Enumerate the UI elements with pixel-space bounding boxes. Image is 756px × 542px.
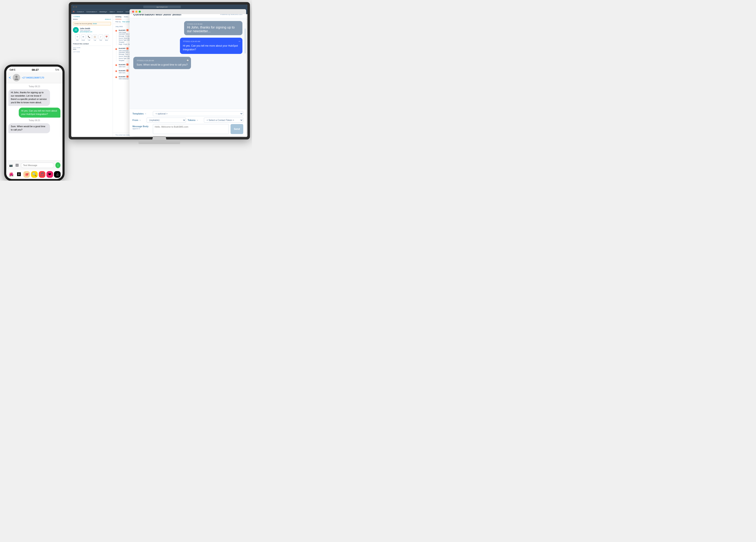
phone-contact-info: +27 84000136887170 [22, 76, 60, 79]
svg-point-1 [15, 79, 18, 80]
activity-brand: BulkSMS [119, 76, 126, 78]
scrollbar[interactable] [245, 29, 246, 54]
contact-title: Sales Associate [80, 30, 92, 31]
email-icon: ✉ [81, 35, 86, 39]
conv-bubble-blue: 7/7/2021 6:24:43 AM ↩ Hi yes. Can you te… [180, 38, 242, 54]
dock-heart-icon[interactable]: ❤ [46, 171, 53, 178]
field-value-firstname: John [73, 48, 111, 50]
from-tokens-row: From → (repliable) Tokens → < Select a C… [132, 118, 243, 123]
message-body-label: Message Body [132, 125, 151, 128]
bulksms-badge [126, 76, 128, 78]
speech-icon: 💬 [186, 59, 189, 62]
nav-service[interactable]: Service ▾ [117, 11, 123, 13]
from-label: From → [132, 119, 145, 121]
activity-brand: BulkSMS [119, 64, 126, 66]
bounce-details-link[interactable]: Details [93, 23, 97, 24]
nav-marketing[interactable]: Marketing ▾ [100, 11, 107, 13]
contact-action-buttons: ✏ Edit ✉ Email 📞 Call [73, 35, 111, 41]
field-label-lastname: Last name [73, 51, 111, 52]
nav-contacts[interactable]: Contacts ▾ [77, 11, 84, 13]
meet-icon: 📅 [104, 35, 109, 39]
meet-button[interactable]: 📅 Meet [104, 35, 109, 41]
phone-carrier: Cell C [10, 69, 15, 71]
dock-photos-icon[interactable]: 🌺 [8, 171, 15, 178]
activity-dot [115, 76, 117, 78]
message-approx: approx 0 [132, 128, 151, 130]
hs-sidebar: < Contacts Actions Actions ▾ Contact has… [71, 14, 113, 137]
phone-messages: Today 08:23 Hi John, thanks for signing … [6, 83, 62, 161]
phone-bubble-incoming-1: Hi John, thanks for signing up to our ne… [8, 89, 50, 106]
phone-bubble-incoming-2: Sure. When would be a good time to call … [8, 123, 50, 133]
message-textarea[interactable] [153, 124, 229, 134]
edit-icon: ✏ [75, 35, 80, 39]
templates-label: Templates → [132, 112, 151, 115]
reply-icon: ↩ [239, 40, 240, 43]
activity-dot [115, 30, 117, 32]
minimize-dot[interactable] [135, 11, 137, 13]
task-button[interactable]: ✓ Task [99, 35, 103, 41]
tab-activity[interactable]: Activity [115, 16, 121, 19]
log-button[interactable]: 📋 Log [93, 35, 97, 41]
call-icon: 📞 [87, 35, 91, 39]
phone-back-button[interactable]: < [9, 76, 11, 80]
nav-conversations[interactable]: Conversations ▾ [86, 11, 97, 13]
conv-bubble-prev: 7/7/2021 6:22:30 AM Hi John, thanks for … [184, 21, 242, 35]
phone-time: 08:27 [32, 68, 39, 71]
bounce-notice: Contact has bounced globally. Details [73, 22, 111, 25]
dock-appstore-icon[interactable]: 🅰 [16, 171, 22, 178]
conv-msg-time-1: 7/7/2021 6:24:43 AM [183, 40, 239, 43]
activity-brand: BulkSMS [119, 47, 126, 49]
email-button[interactable]: ✉ Email [81, 35, 86, 41]
dock-search-icon[interactable]: 🔍 [31, 171, 38, 178]
nav-sales[interactable]: Sales ▾ [110, 11, 114, 13]
phone-screen: Cell C 08:27 71% < +27 84000136887170 [6, 67, 62, 179]
edit-button[interactable]: ✏ Edit [75, 35, 80, 41]
dock-tiktok-icon[interactable]: ♫ [54, 171, 61, 178]
conv-form: Templates → < optional > From → (repliab… [130, 109, 246, 136]
url-text: app.hubspot.com [156, 6, 168, 8]
templates-select[interactable]: < optional > [153, 111, 243, 116]
conv-messages-area: 7/7/2021 6:22:30 AM Hi John, thanks for … [130, 18, 246, 109]
task-icon: ✓ [99, 35, 103, 39]
conversation-panel: Conversation with John Smith Powered by … [130, 9, 246, 136]
actions-dropdown[interactable]: Actions ▾ [105, 19, 111, 20]
log-icon: 📋 [93, 35, 97, 39]
conv-msg-row: 7/7/2021 6:22:30 AM Hi John, thanks for … [133, 21, 242, 35]
bulksms-badge [126, 70, 128, 72]
monitor-stand-base [138, 140, 180, 144]
person-icon [14, 75, 19, 80]
message-body-row: Message Body approx 0 Send [132, 124, 243, 134]
send-button[interactable]: Send [231, 124, 243, 134]
phone-battery: 71% [55, 69, 59, 71]
monitor-bezel: app.hubspot.com H Contacts ▾ Conversatio… [69, 2, 250, 140]
dock-game-icon[interactable]: 🐙 [23, 171, 30, 178]
call-button[interactable]: 📞 Call [87, 35, 91, 41]
maximize-dot[interactable] [139, 11, 141, 13]
bulksms-badge [126, 64, 128, 66]
conv-bubble-gray: 7/7/2021 6:25:28 AM 💬 Sure. When would b… [133, 57, 191, 69]
about-section-title[interactable]: ▾ About this contact [73, 43, 111, 46]
apps-icon[interactable]: 🅰 [15, 162, 20, 168]
from-select[interactable]: (repliable) [147, 118, 186, 123]
bulksms-badge [126, 47, 128, 50]
close-dot[interactable] [132, 11, 134, 13]
dock-music-icon[interactable]: 🎵 [39, 171, 45, 178]
tokens-select[interactable]: < Select a Contact Token > [204, 118, 243, 123]
camera-icon[interactable]: 📷 [8, 162, 13, 168]
sidebar-section-label: Actions [73, 19, 78, 20]
url-bar[interactable]: app.hubspot.com [143, 6, 181, 8]
conv-msg-row-blue: 7/7/2021 6:24:43 AM ↩ Hi yes. Can you te… [133, 38, 242, 54]
phone-send-button[interactable]: ↑ [55, 162, 60, 168]
list-item: Sure. When would be a good time to call … [8, 123, 60, 133]
phone-text-input[interactable] [21, 163, 54, 168]
list-item: Hi John, thanks for signing up to our ne… [8, 89, 60, 106]
tokens-label: Tokens → [188, 119, 202, 121]
battery-percent: 71% [55, 69, 59, 71]
back-to-contacts[interactable]: < Contacts [73, 16, 111, 17]
activity-brand: BulkSMS [119, 70, 126, 72]
tab-notes[interactable]: Notes [124, 16, 128, 19]
list-item: Hi yes. Can you tell me more about your … [8, 108, 60, 118]
hubspot-logo: H [73, 11, 74, 13]
phone-contact-avatar [13, 74, 20, 81]
contact-name: John Smith [80, 27, 92, 30]
